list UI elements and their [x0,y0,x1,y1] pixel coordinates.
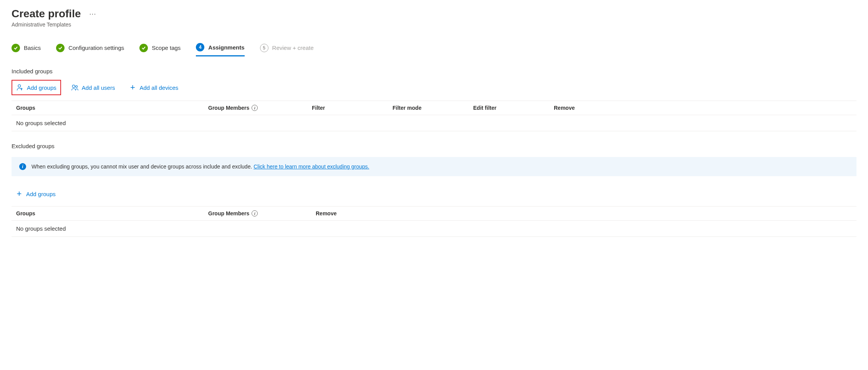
add-all-devices-button[interactable]: + Add all devices [125,81,182,94]
add-all-users-button[interactable]: Add all users [67,81,119,94]
table-header: Groups Group Members i Filter Filter mod… [12,101,856,115]
step-label: Configuration settings [68,45,124,51]
excluded-groups-heading: Excluded groups [12,143,856,149]
add-groups-excluded-button[interactable]: + Add groups [12,187,60,201]
step-review-create[interactable]: 5 Review + create [260,43,314,56]
col-remove: Remove [554,105,852,111]
page-title: Create profile [12,8,81,20]
step-config-settings[interactable]: Configuration settings [56,43,124,56]
col-filter-mode: Filter mode [393,105,473,111]
more-icon[interactable]: ··· [88,8,98,20]
col-group-members: Group Members i [208,210,316,216]
person-add-icon [16,84,24,91]
step-number-badge: 5 [260,44,268,52]
step-number-badge: 4 [196,43,204,51]
col-remove: Remove [316,210,852,216]
plus-icon: + [129,84,136,91]
svg-point-2 [75,86,77,88]
col-label: Group Members [208,210,249,216]
add-groups-button[interactable]: Add groups [12,80,61,95]
col-groups: Groups [16,210,208,216]
col-group-members: Group Members i [208,105,312,111]
learn-more-link[interactable]: Click here to learn more about excluding… [253,164,369,170]
col-filter: Filter [312,105,393,111]
col-edit-filter: Edit filter [473,105,554,111]
button-label: Add all users [82,84,115,91]
step-label: Basics [24,45,41,51]
check-icon [56,44,65,52]
info-banner: i When excluding groups, you cannot mix … [12,157,856,176]
button-label: Add groups [27,84,56,91]
included-groups-heading: Included groups [12,68,856,74]
excluded-groups-table: Groups Group Members i Remove No groups … [12,206,856,237]
table-header: Groups Group Members i Remove [12,206,856,221]
button-label: Add all devices [139,84,178,91]
step-label: Scope tags [152,45,181,51]
info-icon[interactable]: i [252,105,258,111]
info-icon: i [19,163,26,170]
info-text: When excluding groups, you cannot mix us… [31,164,253,170]
empty-row: No groups selected [12,115,856,131]
svg-point-1 [72,85,75,88]
page-subtitle: Administrative Templates [12,21,856,28]
included-groups-table: Groups Group Members i Filter Filter mod… [12,101,856,131]
step-basics[interactable]: Basics [12,43,41,56]
col-label: Group Members [208,105,249,111]
plus-icon: + [15,190,23,198]
people-icon [71,84,79,91]
step-label: Review + create [272,45,314,51]
check-icon [12,44,20,52]
step-label: Assignments [208,44,244,51]
info-icon[interactable]: i [252,210,258,216]
info-banner-text: When excluding groups, you cannot mix us… [31,164,369,170]
excluded-actions: + Add groups [12,187,856,201]
empty-row: No groups selected [12,221,856,236]
check-icon [139,44,148,52]
col-groups: Groups [16,105,208,111]
button-label: Add groups [26,191,56,197]
step-assignments[interactable]: 4 Assignments [196,43,244,56]
wizard-steps: Basics Configuration settings Scope tags… [12,43,856,56]
step-scope-tags[interactable]: Scope tags [139,43,181,56]
included-actions: Add groups Add all users + Add all devic… [12,80,856,95]
svg-point-0 [18,85,21,88]
